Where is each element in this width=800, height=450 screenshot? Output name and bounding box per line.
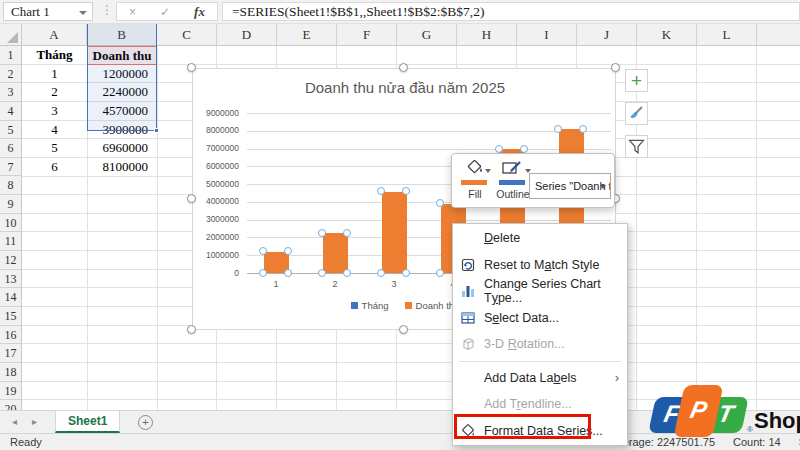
y-axis-tick-label: 4000000 [193,196,239,206]
next-sheet-icon[interactable]: ▸ [32,416,37,427]
chart-bar[interactable] [323,233,348,273]
formula-buttons: × ✓ fx [116,2,218,21]
name-box-caret-icon[interactable] [79,11,87,15]
series-selection-handle[interactable] [579,125,587,133]
row-header[interactable]: 14 [0,288,21,307]
column-header[interactable]: C [157,24,217,46]
series-selection-handle[interactable] [402,187,410,195]
revenue-cell[interactable]: 6960000 [87,139,157,158]
row-header[interactable]: 11 [0,232,21,251]
context-menu: Delete Reset to Match Style Change Serie… [452,223,628,446]
cell-a1[interactable]: Tháng [22,46,87,65]
menu-item-change-series-chart-type[interactable]: Change Series Chart Type... [453,278,627,305]
tab-sheet1[interactable]: Sheet1 [55,411,120,433]
month-cell[interactable]: 1 [22,65,87,84]
column-header[interactable]: D [217,24,277,46]
chart-resize-handle[interactable] [399,325,408,334]
row-header[interactable]: 10 [0,214,21,233]
column-header[interactable]: G [397,24,457,46]
y-axis-tick-label: 0 [193,268,239,278]
row-header[interactable]: 15 [0,307,21,326]
column-header[interactable]: H [457,24,517,46]
menu-item-add-data-labels[interactable]: Add Data Labels › [453,365,627,392]
fpt-shop-text: Shop [754,408,800,434]
row-header[interactable]: 13 [0,270,21,289]
series-selection-handle[interactable] [436,269,444,277]
row-header[interactable]: 18 [0,363,21,382]
column-header[interactable]: K [637,24,697,46]
series-selection-handle[interactable] [284,269,292,277]
column-header[interactable]: A [22,24,87,46]
series-selection-handle[interactable] [495,145,503,153]
paint-bucket-icon [465,160,485,175]
month-cell[interactable]: 6 [22,158,87,177]
menu-item-reset-to-match-style[interactable]: Reset to Match Style [453,252,627,279]
series-selection-handle[interactable] [520,145,528,153]
y-axis-tick-label: 6000000 [193,161,239,171]
series-selection-handle[interactable] [343,229,351,237]
menu-item-format-data-series[interactable]: Format Data Series... [453,418,627,445]
row-header[interactable]: 20 [0,400,21,410]
row-header[interactable]: 8 [0,176,21,195]
column-header[interactable]: E [277,24,337,46]
selector-caret-icon [600,185,606,189]
column-header[interactable]: L [697,24,757,46]
month-cell[interactable]: 5 [22,139,87,158]
formula-bar[interactable]: =SERIES(Sheet1!$B$1,,Sheet1!$B$2:$B$7,2) [222,2,800,21]
select-all-button[interactable] [0,24,22,46]
insert-function-icon[interactable]: fx [194,4,205,20]
series-selection-handle[interactable] [318,269,326,277]
series-selection-handle[interactable] [554,125,562,133]
table-row: 5 6960000 [0,139,157,158]
legend-swatch-orange-icon [405,302,412,309]
chart-element-selector[interactable]: Series "Doanh t [529,173,611,199]
enter-icon[interactable]: ✓ [160,5,170,19]
reset-style-icon [460,257,476,273]
row-header[interactable]: 17 [0,344,21,363]
chart-resize-handle[interactable] [187,63,196,72]
outline-label: Outline [496,188,530,200]
chart-styles-button[interactable] [625,102,648,125]
row-header[interactable]: 12 [0,251,21,270]
series-selection-handle[interactable] [343,269,351,277]
chart-bar[interactable] [382,192,407,273]
y-axis-tick-label: 5000000 [193,179,239,189]
row-header[interactable]: 19 [0,382,21,401]
series-selection-handle[interactable] [402,269,410,277]
month-cell[interactable]: 3 [22,102,87,121]
fill-dropdown-caret-icon[interactable] [485,169,491,173]
cube-icon [460,336,476,352]
month-cell[interactable]: 2 [22,83,87,102]
plus-icon: + [631,72,642,90]
row-header[interactable]: 1 [0,46,21,65]
menu-item-select-data[interactable]: Select Data... [453,305,627,332]
prev-sheet-icon[interactable]: ◂ [12,416,17,427]
toolbar-separator-dots-icon: ⋮ [101,3,113,17]
chart-resize-handle[interactable] [611,63,620,72]
series-selection-handle[interactable] [259,269,267,277]
column-header[interactable]: J [577,24,637,46]
column-header[interactable]: F [337,24,397,46]
column-header[interactable]: I [517,24,577,46]
outline-button[interactable]: Outline [496,160,530,179]
chart-resize-handle[interactable] [399,63,408,72]
row-header[interactable]: 9 [0,195,21,214]
row-header[interactable]: 16 [0,326,21,345]
legend-item[interactable]: Tháng [351,300,389,311]
chart-elements-button[interactable]: + [625,69,648,92]
menu-item-delete[interactable]: Delete [453,225,627,252]
chart-resize-handle[interactable] [187,194,196,203]
cancel-icon[interactable]: × [129,5,136,19]
chart-filters-button[interactable] [625,135,648,158]
fill-handle[interactable] [154,128,159,133]
y-axis-tick-label: 8000000 [193,125,239,135]
series-selection-handle[interactable] [284,247,292,255]
series-selection-handle[interactable] [318,229,326,237]
fill-button[interactable]: Fill [458,160,492,179]
series-selection-handle[interactable] [377,269,385,277]
new-sheet-button[interactable]: + [138,415,153,430]
name-box[interactable]: Chart 1 [3,2,93,21]
chart-resize-handle[interactable] [187,325,196,334]
revenue-cell[interactable]: 8100000 [87,158,157,177]
month-cell[interactable]: 4 [22,121,87,140]
